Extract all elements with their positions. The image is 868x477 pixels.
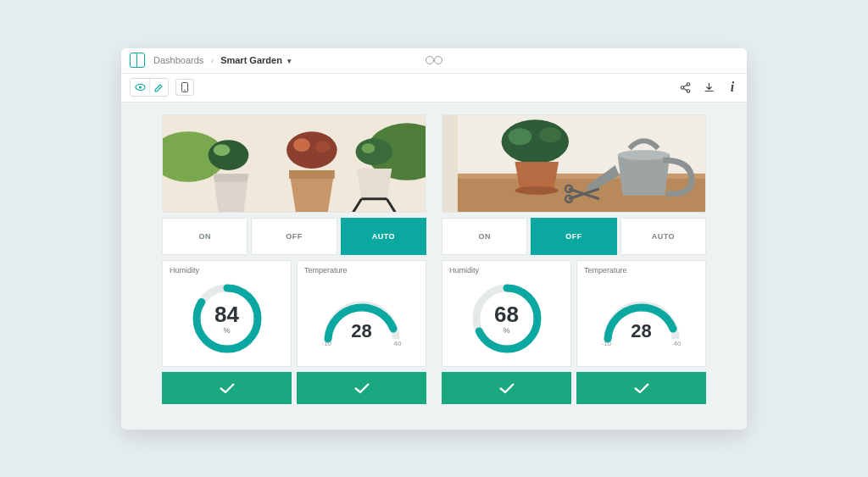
svg-point-26 (539, 127, 561, 142)
caret-down-icon: ▾ (287, 57, 292, 65)
share-button[interactable] (679, 81, 691, 93)
humidity-gauge: Humidity 84 % (162, 260, 292, 367)
temp-max-label: 40 (674, 340, 682, 347)
svg-point-10 (209, 140, 249, 170)
breadcrumb: Dashboards › Smart Garden ▾ (153, 55, 292, 65)
gauge-title: Humidity (449, 266, 564, 275)
gauge-title: Humidity (170, 266, 284, 275)
confirm-button[interactable] (442, 372, 571, 404)
dashboard-canvas: ON OFF AUTO Humidity 84 (121, 103, 747, 430)
mode-switch: ON OFF AUTO (162, 218, 426, 255)
svg-point-27 (515, 186, 559, 194)
mode-auto-button[interactable]: AUTO (620, 218, 706, 255)
chevron-right-icon: › (210, 55, 214, 65)
image-widget (442, 114, 706, 213)
image-widget (162, 114, 426, 213)
toolbar-right: i (679, 81, 738, 93)
svg-point-13 (287, 131, 337, 169)
breadcrumb-root[interactable]: Dashboards (153, 55, 203, 65)
svg-point-5 (681, 86, 683, 88)
temp-min-label: -10 (602, 340, 612, 347)
mode-switch: ON OFF AUTO (442, 218, 706, 255)
mode-off-button[interactable]: OFF (251, 218, 337, 255)
svg-point-4 (687, 82, 689, 85)
view-edit-toggle (130, 78, 169, 97)
info-button[interactable]: i (726, 81, 738, 93)
gauge-title: Temperature (304, 266, 419, 275)
svg-point-1 (138, 86, 141, 88)
svg-point-25 (509, 128, 532, 145)
device-panel: ON OFF AUTO Humidity 84 (162, 114, 426, 418)
svg-point-3 (184, 90, 186, 92)
temperature-gauge: Temperature 28 -10 40 (576, 260, 706, 367)
device-panel: ON OFF AUTO Humidity 68 (442, 114, 706, 418)
view-mode-button[interactable] (131, 79, 149, 96)
app-logo-icon[interactable] (130, 53, 145, 68)
mode-on-button[interactable]: ON (442, 218, 527, 255)
temp-min-label: -10 (322, 340, 332, 347)
humidity-unit: % (503, 326, 509, 335)
breadcrumb-current[interactable]: Smart Garden ▾ (220, 55, 292, 65)
gauge-title: Temperature (584, 266, 698, 275)
confirm-button[interactable] (162, 372, 292, 404)
edit-mode-button[interactable] (149, 79, 168, 96)
svg-rect-23 (442, 115, 458, 212)
brand-icon (426, 56, 442, 64)
svg-point-11 (214, 144, 231, 156)
svg-point-17 (361, 143, 375, 153)
svg-rect-12 (289, 169, 335, 178)
humidity-value: 68 (494, 302, 519, 328)
mode-auto-button[interactable]: AUTO (341, 218, 426, 255)
humidity-unit: % (223, 326, 230, 335)
device-button[interactable] (175, 79, 194, 96)
svg-point-14 (293, 138, 310, 152)
mode-on-button[interactable]: ON (162, 218, 248, 255)
mode-off-button[interactable]: OFF (531, 218, 616, 255)
humidity-value: 84 (214, 302, 239, 328)
download-button[interactable] (703, 81, 715, 93)
confirm-button[interactable] (576, 372, 706, 404)
infinity-icon (426, 56, 442, 64)
temperature-gauge: Temperature 28 -10 40 (297, 260, 426, 367)
svg-point-6 (687, 89, 689, 92)
breadcrumb-current-label: Smart Garden (220, 55, 282, 65)
svg-point-28 (618, 150, 670, 160)
svg-point-15 (315, 141, 331, 153)
topbar: Dashboards › Smart Garden ▾ (121, 48, 747, 74)
temp-max-label: 40 (394, 340, 402, 347)
confirm-button[interactable] (297, 372, 426, 404)
svg-point-16 (356, 138, 393, 165)
app-window: Dashboards › Smart Garden ▾ (121, 48, 747, 430)
toolbar: i (121, 74, 747, 103)
humidity-gauge: Humidity 68 % (442, 260, 571, 367)
